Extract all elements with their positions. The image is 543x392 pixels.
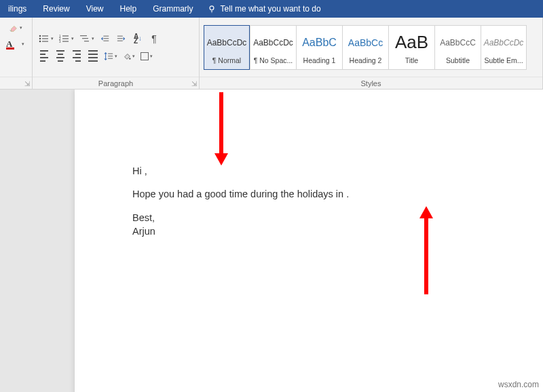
style-subtle-emphasis[interactable]: AaBbCcDc Subtle Em...: [481, 25, 527, 70]
svg-point-28: [129, 58, 131, 60]
lightbulb-icon: [207, 4, 217, 14]
style-normal[interactable]: AaBbCcDc ¶ Normal: [204, 25, 250, 70]
style-heading-2[interactable]: AaBbCc Heading 2: [342, 25, 388, 70]
font-color-button[interactable]: A ▾: [4, 37, 26, 52]
chevron-down-icon: ▾: [22, 41, 24, 47]
chevron-down-icon: ▾: [92, 36, 94, 41]
sort-button[interactable]: AZ ↓: [130, 31, 145, 46]
line-spacing-button[interactable]: ▾: [102, 49, 119, 64]
document-workspace: Hi , Hope you had a good time during the…: [0, 90, 543, 392]
document-page[interactable]: Hi , Hope you had a good time during the…: [75, 90, 543, 392]
paragraph-launcher-icon[interactable]: ⇲: [191, 80, 197, 87]
numbering-button[interactable]: 123 ▾: [57, 31, 76, 46]
svg-rect-9: [62, 35, 69, 36]
paragraph-group-label: Paragraph: [98, 79, 133, 87]
style-gallery: AaBbCcDc ¶ Normal AaBbCcDc ¶ No Spac... …: [204, 25, 527, 70]
svg-rect-19: [103, 40, 109, 41]
decrease-indent-button[interactable]: [98, 31, 113, 46]
chevron-down-icon: ▾: [71, 36, 74, 41]
svg-rect-3: [42, 35, 48, 36]
bullets-button[interactable]: ▾: [37, 31, 56, 46]
style-no-spacing[interactable]: AaBbCcDc ¶ No Spac...: [250, 25, 296, 70]
clear-formatting-button[interactable]: ▾: [4, 20, 26, 35]
align-left-button[interactable]: [37, 49, 52, 64]
shading-button[interactable]: ▾: [121, 49, 137, 64]
show-hide-marks-button[interactable]: ¶: [147, 31, 162, 46]
svg-rect-18: [103, 38, 109, 39]
svg-rect-15: [82, 38, 88, 39]
svg-rect-17: [103, 35, 109, 36]
styles-group-label: Styles: [361, 79, 381, 87]
svg-rect-7: [42, 41, 48, 41]
align-center-button[interactable]: [53, 49, 68, 64]
svg-point-2: [39, 35, 41, 37]
chevron-down-icon: ▾: [132, 54, 135, 59]
svg-rect-23: [117, 40, 123, 41]
svg-rect-5: [42, 38, 48, 39]
tab-mailings[interactable]: ilings: [0, 0, 35, 18]
doc-line-1: Hi ,: [132, 164, 349, 178]
svg-rect-16: [84, 41, 89, 41]
increase-indent-button[interactable]: [114, 31, 129, 46]
paragraph-group: ▾ 123 ▾ ▾ AZ ↓: [33, 18, 200, 89]
menubar: ilings Review View Help Grammarly Tell m…: [0, 0, 543, 18]
styles-group: AaBbCcDc ¶ Normal AaBbCcDc ¶ No Spac... …: [200, 18, 543, 89]
tab-review[interactable]: Review: [35, 0, 77, 18]
tab-help[interactable]: Help: [112, 0, 145, 18]
svg-rect-14: [80, 35, 87, 36]
multilevel-list-button[interactable]: ▾: [77, 31, 96, 46]
borders-icon: [141, 52, 149, 60]
svg-marker-1: [11, 26, 16, 31]
tell-me-placeholder: Tell me what you want to do: [221, 4, 321, 14]
svg-marker-20: [101, 37, 103, 40]
doc-line-3: Best,: [132, 211, 349, 224]
svg-marker-24: [124, 37, 126, 40]
svg-rect-27: [108, 58, 113, 58]
watermark: wsxdn.com: [498, 380, 539, 389]
style-subtitle[interactable]: AaBbCcC Subtitle: [434, 25, 481, 70]
svg-point-0: [210, 6, 214, 10]
tell-me-search[interactable]: Tell me what you want to do: [207, 4, 321, 14]
doc-line-2: Hope you had a good time during the holi…: [132, 187, 349, 201]
tab-grammarly[interactable]: Grammarly: [145, 0, 201, 18]
svg-rect-25: [108, 53, 113, 54]
svg-rect-22: [117, 38, 123, 39]
annotation-arrow-2: [418, 206, 434, 294]
svg-rect-26: [108, 56, 113, 56]
svg-point-4: [39, 37, 41, 39]
borders-button[interactable]: ▾: [138, 49, 155, 64]
justify-button[interactable]: [86, 49, 100, 64]
chevron-down-icon: ▾: [115, 54, 117, 59]
doc-line-4: Arjun: [132, 224, 349, 238]
svg-rect-11: [62, 38, 69, 39]
svg-marker-31: [419, 206, 433, 218]
style-heading-1[interactable]: AaBbC Heading 1: [296, 25, 342, 70]
style-title[interactable]: AaB Title: [388, 25, 434, 70]
font-launcher-icon[interactable]: ⇲: [24, 80, 30, 87]
chevron-down-icon: ▾: [150, 54, 153, 59]
svg-text:3: 3: [59, 40, 61, 43]
chevron-down-icon: ▾: [51, 36, 54, 41]
ribbon: ▾ A ▾ ⇲ ▾ 123 ▾: [0, 18, 543, 90]
svg-rect-13: [62, 41, 69, 41]
annotation-arrow-1: [213, 92, 229, 167]
font-group-fragment: ▾ A ▾ ⇲: [0, 18, 33, 89]
tab-view[interactable]: View: [78, 0, 112, 18]
chevron-down-icon: ▾: [20, 25, 22, 31]
document-body[interactable]: Hi , Hope you had a good time during the…: [132, 164, 349, 238]
svg-rect-21: [117, 35, 123, 36]
svg-point-6: [39, 40, 41, 42]
align-right-button[interactable]: [69, 49, 84, 64]
